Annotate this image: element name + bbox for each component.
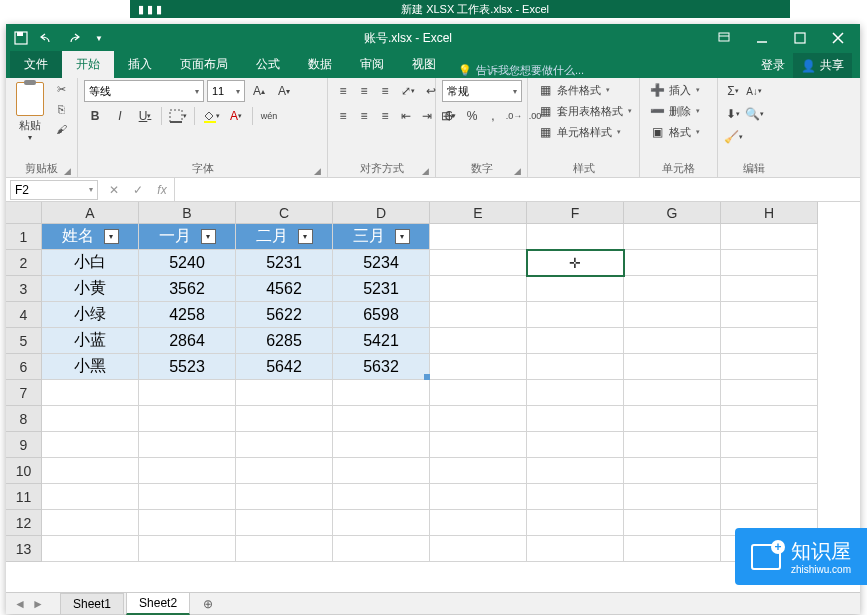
- increase-font-button[interactable]: A▴: [248, 80, 270, 102]
- align-left-button[interactable]: ≡: [334, 105, 352, 127]
- insert-function-button[interactable]: fx: [150, 178, 174, 201]
- filter-button[interactable]: ▾: [298, 229, 313, 244]
- formula-input[interactable]: [175, 178, 860, 201]
- sort-filter-button[interactable]: A↓▾: [745, 80, 763, 102]
- minimize-button[interactable]: [744, 26, 780, 50]
- clipboard-launcher[interactable]: ◢: [64, 166, 71, 176]
- row-header-8[interactable]: 8: [6, 406, 42, 432]
- align-center-button[interactable]: ≡: [355, 105, 373, 127]
- accounting-button[interactable]: $▾: [442, 105, 460, 127]
- cell-C9[interactable]: [236, 432, 333, 458]
- row-header-4[interactable]: 4: [6, 302, 42, 328]
- sheet-nav-next[interactable]: ►: [32, 597, 48, 611]
- cell-C6[interactable]: 5642: [236, 354, 333, 380]
- cell-F7[interactable]: [527, 380, 624, 406]
- cell-F10[interactable]: [527, 458, 624, 484]
- cell-E9[interactable]: [430, 432, 527, 458]
- comma-button[interactable]: ,: [484, 105, 502, 127]
- cell-G13[interactable]: [624, 536, 721, 562]
- row-header-1[interactable]: 1: [6, 224, 42, 250]
- fill-button[interactable]: ⬇▾: [724, 103, 742, 125]
- cell-H2[interactable]: [721, 250, 818, 276]
- cell-C2[interactable]: 5231: [236, 250, 333, 276]
- cell-G1[interactable]: [624, 224, 721, 250]
- cell-B5[interactable]: 2864: [139, 328, 236, 354]
- cell-A4[interactable]: 小绿: [42, 302, 139, 328]
- cell-C5[interactable]: 6285: [236, 328, 333, 354]
- cell-D3[interactable]: 5231: [333, 276, 430, 302]
- row-header-2[interactable]: 2: [6, 250, 42, 276]
- row-header-9[interactable]: 9: [6, 432, 42, 458]
- cell-E12[interactable]: [430, 510, 527, 536]
- align-middle-button[interactable]: ≡: [355, 80, 373, 102]
- cell-A12[interactable]: [42, 510, 139, 536]
- cell-E11[interactable]: [430, 484, 527, 510]
- bold-button[interactable]: B: [84, 105, 106, 127]
- cell-H3[interactable]: [721, 276, 818, 302]
- cell-E6[interactable]: [430, 354, 527, 380]
- tab-insert[interactable]: 插入: [114, 51, 166, 78]
- number-launcher[interactable]: ◢: [514, 166, 521, 176]
- cell-F1[interactable]: [527, 224, 624, 250]
- filter-button[interactable]: ▾: [395, 229, 410, 244]
- border-button[interactable]: ▾: [167, 105, 189, 127]
- tab-page-layout[interactable]: 页面布局: [166, 51, 242, 78]
- cell-H8[interactable]: [721, 406, 818, 432]
- cell-D1[interactable]: 三月▾: [333, 224, 430, 250]
- font-name-combo[interactable]: 等线▾: [84, 80, 204, 102]
- cut-button[interactable]: ✂: [51, 80, 71, 98]
- row-header-5[interactable]: 5: [6, 328, 42, 354]
- cell-H4[interactable]: [721, 302, 818, 328]
- format-as-table-button[interactable]: ▦套用表格格式▾: [534, 101, 635, 121]
- tab-view[interactable]: 视图: [398, 51, 450, 78]
- cell-B6[interactable]: 5523: [139, 354, 236, 380]
- column-header-D[interactable]: D: [333, 202, 430, 224]
- align-bottom-button[interactable]: ≡: [376, 80, 394, 102]
- cell-D9[interactable]: [333, 432, 430, 458]
- autosum-button[interactable]: Σ▾: [724, 80, 742, 102]
- select-all-corner[interactable]: [6, 202, 42, 224]
- cell-C10[interactable]: [236, 458, 333, 484]
- cell-A13[interactable]: [42, 536, 139, 562]
- cell-A6[interactable]: 小黑: [42, 354, 139, 380]
- cell-F5[interactable]: [527, 328, 624, 354]
- cell-H5[interactable]: [721, 328, 818, 354]
- cell-C13[interactable]: [236, 536, 333, 562]
- underline-button[interactable]: U▾: [134, 105, 156, 127]
- column-header-G[interactable]: G: [624, 202, 721, 224]
- sheet-tab-2[interactable]: Sheet2: [126, 592, 190, 615]
- format-painter-button[interactable]: 🖌: [51, 120, 71, 138]
- cell-H10[interactable]: [721, 458, 818, 484]
- cell-G3[interactable]: [624, 276, 721, 302]
- cell-H7[interactable]: [721, 380, 818, 406]
- cell-B13[interactable]: [139, 536, 236, 562]
- tab-data[interactable]: 数据: [294, 51, 346, 78]
- redo-button[interactable]: [62, 27, 84, 49]
- insert-cells-button[interactable]: ➕插入▾: [646, 80, 703, 100]
- row-header-3[interactable]: 3: [6, 276, 42, 302]
- decrease-font-button[interactable]: A▾: [273, 80, 295, 102]
- number-format-combo[interactable]: 常规▾: [442, 80, 522, 102]
- cell-A2[interactable]: 小白: [42, 250, 139, 276]
- phonetic-button[interactable]: wén: [258, 105, 280, 127]
- add-sheet-button[interactable]: ⊕: [198, 594, 218, 614]
- tab-home[interactable]: 开始: [62, 51, 114, 78]
- cell-B9[interactable]: [139, 432, 236, 458]
- cell-F2[interactable]: ✛: [527, 250, 624, 276]
- filter-button[interactable]: ▾: [201, 229, 216, 244]
- cell-C4[interactable]: 5622: [236, 302, 333, 328]
- cell-A7[interactable]: [42, 380, 139, 406]
- filter-button[interactable]: ▾: [104, 229, 119, 244]
- tab-formulas[interactable]: 公式: [242, 51, 294, 78]
- font-color-button[interactable]: A▾: [225, 105, 247, 127]
- cell-C3[interactable]: 4562: [236, 276, 333, 302]
- sheet-tab-1[interactable]: Sheet1: [60, 593, 124, 614]
- italic-button[interactable]: I: [109, 105, 131, 127]
- column-header-F[interactable]: F: [527, 202, 624, 224]
- cell-G12[interactable]: [624, 510, 721, 536]
- cell-A3[interactable]: 小黄: [42, 276, 139, 302]
- cell-C8[interactable]: [236, 406, 333, 432]
- cell-E4[interactable]: [430, 302, 527, 328]
- cancel-formula-button[interactable]: ✕: [102, 178, 126, 201]
- tab-file[interactable]: 文件: [10, 51, 62, 78]
